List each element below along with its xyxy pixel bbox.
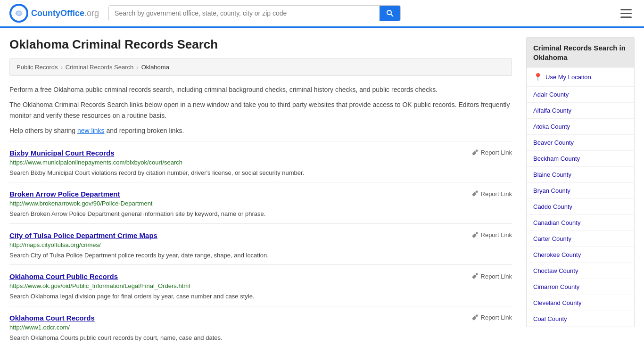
report-link-button[interactable]: Report Link [471,272,512,280]
county-link[interactable]: Atoka County [533,123,570,130]
menu-button[interactable] [618,6,635,21]
sidebar-county-item: Canadian County [527,214,634,230]
result-url: https://www.municipalonlinepayments.com/… [9,159,512,166]
county-link[interactable]: Coal County [533,315,567,322]
report-link-label: Report Link [481,314,512,321]
result-header: Oklahoma Court Records Report Link [9,314,512,322]
search-icon [386,9,394,17]
report-link-button[interactable]: Report Link [471,314,512,321]
result-title[interactable]: City of Tulsa Police Department Crime Ma… [9,231,157,239]
county-link[interactable]: Bryan County [533,187,570,194]
breadcrumb-criminal-records[interactable]: Criminal Records Search [66,64,134,71]
county-link[interactable]: Adair County [533,91,569,98]
result-title[interactable]: Oklahoma Court Records [9,314,95,322]
result-title[interactable]: Oklahoma Court Public Records [9,272,118,280]
report-link-button[interactable]: Report Link [471,190,512,197]
county-link[interactable]: Cherokee County [533,251,581,258]
sidebar: Criminal Records Search in Oklahoma 📍 Us… [526,37,635,347]
county-link[interactable]: Canadian County [533,219,580,226]
sidebar-county-item: Cleveland County [527,295,634,311]
svg-line-4 [391,14,393,16]
county-list: Adair CountyAlfalfa CountyAtoka CountyBe… [527,86,634,327]
report-link-label: Report Link [481,190,512,197]
county-link[interactable]: Cimarron County [533,283,579,290]
sidebar-county-item: Beaver County [527,134,634,150]
county-link[interactable]: Beckham County [533,155,580,162]
result-header: Bixby Municipal Court Records Report Lin… [9,149,512,157]
intro-paragraph-3: Help others by sharing new links and rep… [9,125,512,136]
intro-paragraph-2: The Oklahoma Criminal Records Search lin… [9,99,512,121]
result-url: http://www1.odcr.com/ [9,324,512,331]
svg-point-3 [387,10,391,15]
sidebar-county-item: Blaine County [527,166,634,182]
sidebar-county-item: Caddo County [527,198,634,214]
county-link[interactable]: Caddo County [533,203,572,210]
intro-paragraph-1: Perform a free Oklahoma public criminal … [9,84,512,95]
county-link[interactable]: Cleveland County [533,299,582,306]
wrench-icon [471,149,479,156]
sidebar-county-item: Cherokee County [527,247,634,263]
breadcrumb-sep-1: › [60,64,62,71]
county-link[interactable]: Alfalfa County [533,107,571,114]
sidebar-county-item: Bryan County [527,182,634,198]
sidebar-box: Criminal Records Search in Oklahoma 📍 Us… [526,37,635,327]
result-desc: Search Oklahoma Courts public court reco… [9,333,512,343]
result-header: City of Tulsa Police Department Crime Ma… [9,231,512,239]
county-link[interactable]: Choctaw County [533,267,578,274]
search-input[interactable] [109,6,380,21]
main-content: Oklahoma Criminal Records Search Public … [9,37,512,347]
wrench-icon [471,272,479,280]
logo-icon [9,4,28,23]
result-header: Broken Arrow Police Department Report Li… [9,190,512,198]
sidebar-county-item: Beckham County [527,150,634,166]
result-desc: Search Broken Arrow Police Department ge… [9,209,512,219]
sidebar-location-item[interactable]: 📍 Use My Location [527,67,634,86]
page-title: Oklahoma Criminal Records Search [9,37,512,52]
breadcrumb-oklahoma: Oklahoma [141,64,169,71]
result-url: http://www.brokenarrowok.gov/90/Police-D… [9,200,512,207]
menu-line-1 [620,9,632,10]
result-url: http://maps.cityoftulsa.org/crimes/ [9,241,512,248]
sidebar-county-item: Coal County [527,311,634,327]
wrench-icon [471,190,479,197]
use-my-location-link[interactable]: Use My Location [545,74,591,81]
result-desc: Search City of Tulsa Police Department p… [9,251,512,260]
result-item: Broken Arrow Police Department Report Li… [9,182,512,223]
sidebar-county-item: Carter County [527,230,634,247]
search-bar [108,5,401,21]
result-desc: Search Oklahoma legal division page for … [9,292,512,301]
wrench-icon [471,231,479,239]
sidebar-title: Criminal Records Search in Oklahoma [527,38,634,67]
sidebar-county-item: Adair County [527,86,634,102]
result-url: https://www.ok.gov/oid/Public_Informatio… [9,282,512,289]
result-title[interactable]: Broken Arrow Police Department [9,190,120,198]
result-header: Oklahoma Court Public Records Report Lin… [9,272,512,280]
breadcrumb-sep-2: › [136,64,138,71]
wrench-icon [471,314,479,321]
report-link-button[interactable]: Report Link [471,231,512,239]
result-desc: Search Bixby Municipal Court violations … [9,168,512,178]
result-item: City of Tulsa Police Department Crime Ma… [9,223,512,265]
page-wrapper: Oklahoma Criminal Records Search Public … [0,28,644,356]
search-button[interactable] [380,6,400,21]
county-link[interactable]: Carter County [533,235,571,242]
breadcrumb: Public Records › Criminal Records Search… [9,58,512,76]
report-link-label: Report Link [481,231,512,239]
logo-text: CountyOffice.org [31,8,99,18]
header: CountyOffice.org [0,0,644,28]
menu-line-3 [620,16,632,18]
sidebar-county-item: Cimarron County [527,279,634,295]
county-link[interactable]: Blaine County [533,171,571,178]
county-link[interactable]: Beaver County [533,139,574,146]
menu-line-2 [620,13,632,14]
new-links-link[interactable]: new links [77,127,105,134]
result-item: Oklahoma Court Records Report Link http:… [9,306,512,347]
result-title[interactable]: Bixby Municipal Court Records [9,149,115,157]
logo[interactable]: CountyOffice.org [9,4,99,23]
sidebar-county-item: Choctaw County [527,263,634,279]
report-link-label: Report Link [481,149,512,156]
breadcrumb-public-records[interactable]: Public Records [17,64,58,71]
results-container: Bixby Municipal Court Records Report Lin… [9,141,512,347]
location-icon: 📍 [533,73,543,82]
report-link-button[interactable]: Report Link [471,149,512,156]
